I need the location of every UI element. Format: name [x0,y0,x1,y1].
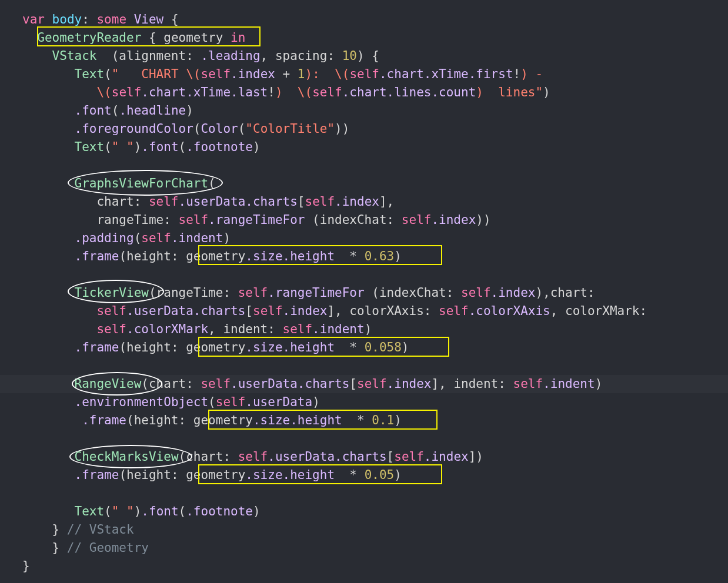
type-vstack: VStack [52,49,97,63]
type-tickerview: TickerView [75,286,149,300]
code-editor[interactable]: var body: some View { GeometryReader { g… [0,0,728,575]
type-rangeview: RangeView [75,377,142,391]
type-checkmarksview: CheckMarksView [75,450,179,464]
prop-body: body [52,12,82,26]
type-graphsviewforchart: GraphsViewForChart [75,176,209,190]
kw-var: var [22,12,45,26]
type-geometryreader: GeometryReader [37,31,141,45]
